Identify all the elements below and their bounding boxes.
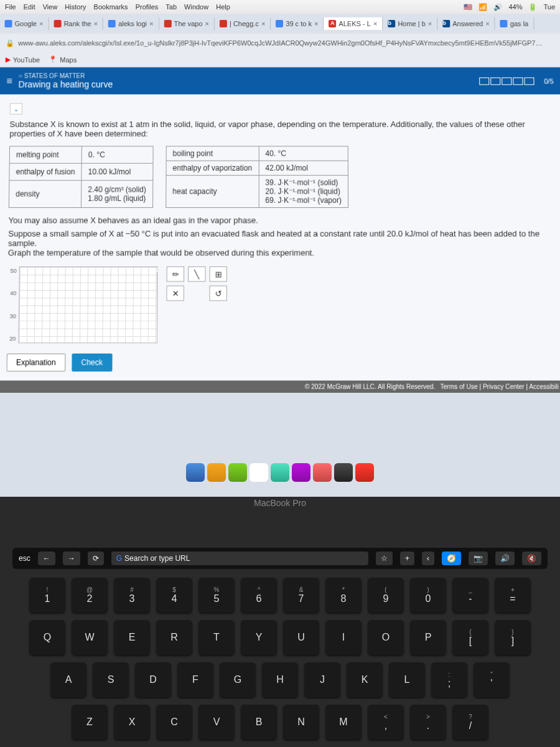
key[interactable]: U (283, 620, 319, 655)
key[interactable]: Z (72, 705, 108, 740)
chevron-down-icon[interactable]: ⌄ (10, 103, 22, 115)
search-bar[interactable]: G Search or type URL (111, 552, 368, 565)
key[interactable]: *8 (325, 578, 362, 613)
compass-icon[interactable]: 🧭 (442, 552, 461, 565)
menu-file[interactable]: File (5, 3, 16, 11)
key[interactable]: N (283, 705, 319, 740)
check-button[interactable]: Check (72, 354, 112, 372)
menu-bookmarks[interactable]: Bookmarks (93, 3, 128, 11)
back-icon[interactable]: ← (38, 552, 55, 565)
privacy-link[interactable]: Privacy Center (483, 383, 525, 390)
screenshot-icon[interactable]: 📷 (469, 552, 488, 565)
key[interactable]: }] (495, 620, 531, 655)
terms-link[interactable]: Terms of Use (441, 383, 478, 390)
graph-canvas[interactable] (18, 266, 157, 343)
key[interactable]: R (156, 620, 192, 655)
forward-icon[interactable]: → (63, 552, 80, 565)
key[interactable]: I (325, 620, 362, 655)
dock-app-icon[interactable] (292, 463, 310, 482)
menu-window[interactable]: Window (184, 3, 208, 11)
tab-answered[interactable]: bAnswered× (437, 17, 495, 30)
star-icon[interactable]: ☆ (376, 552, 393, 565)
dock-app-icon[interactable] (334, 463, 353, 482)
key[interactable]: )0 (410, 578, 446, 613)
tab-39ctok[interactable]: 39 c to k× (271, 17, 324, 30)
esc-key[interactable]: esc (19, 554, 30, 563)
key[interactable]: $4 (156, 578, 192, 613)
key[interactable]: >. (410, 705, 446, 740)
new-tab-icon[interactable]: + (400, 552, 414, 565)
key[interactable]: S (93, 662, 129, 697)
dock-app-icon[interactable] (228, 463, 247, 482)
key[interactable]: Q (29, 620, 65, 655)
close-icon[interactable]: × (314, 20, 318, 27)
key[interactable]: _- (452, 578, 488, 613)
tab-aleks-login[interactable]: aleks logi× (103, 17, 159, 30)
key[interactable]: "' (474, 662, 510, 697)
tab-google[interactable]: Google× (0, 17, 49, 30)
line-tool-icon[interactable]: ╲ (188, 266, 205, 282)
key[interactable]: {[ (452, 620, 488, 655)
close-icon[interactable]: × (39, 20, 44, 27)
menu-edit[interactable]: Edit (24, 3, 35, 11)
key[interactable]: H (262, 662, 298, 697)
key[interactable]: V (198, 705, 235, 740)
key[interactable]: += (495, 578, 531, 613)
close-icon[interactable]: × (428, 20, 432, 27)
chevron-left-icon[interactable]: ‹ (422, 552, 434, 565)
key[interactable]: J (304, 662, 340, 697)
key[interactable]: O (368, 620, 404, 655)
menu-profiles[interactable]: Profiles (136, 3, 159, 11)
key[interactable]: ?/ (452, 705, 488, 740)
bookmark-youtube[interactable]: ▶YouTube (6, 55, 40, 63)
dock-app-icon[interactable] (207, 463, 226, 482)
url-bar[interactable]: 🔒 www-awu.aleks.com/alekscgi/x/Isl.exe/1… (0, 34, 560, 52)
mute-icon[interactable]: 🔇 (522, 552, 541, 565)
clear-icon[interactable]: ✕ (166, 286, 184, 301)
menu-tab[interactable]: Tab (166, 3, 177, 11)
refresh-icon[interactable]: ⟳ (88, 552, 104, 565)
key[interactable]: L (389, 662, 425, 697)
close-icon[interactable]: × (149, 20, 154, 27)
dock-app-icon[interactable] (186, 463, 205, 482)
tab-rank[interactable]: Rank the× (49, 17, 103, 30)
close-icon[interactable]: × (373, 20, 377, 27)
key[interactable]: ^6 (241, 578, 277, 613)
tab-chegg[interactable]: | Chegg.c× (215, 17, 271, 30)
key[interactable]: Y (241, 620, 277, 655)
tab-gas[interactable]: gas la (495, 17, 534, 30)
key[interactable]: %5 (198, 578, 235, 613)
tab-aleks-active[interactable]: AALEKS - L× (324, 17, 383, 30)
key[interactable]: &7 (283, 578, 319, 613)
dock-app-icon[interactable] (271, 463, 289, 482)
key[interactable]: M (325, 705, 362, 740)
key[interactable]: X (114, 705, 150, 740)
key[interactable]: #3 (114, 578, 150, 613)
draw-tool-icon[interactable]: ✏ (167, 266, 184, 282)
key[interactable]: B (241, 705, 277, 740)
key[interactable]: G (220, 662, 256, 697)
key[interactable]: K (347, 662, 383, 697)
close-icon[interactable]: × (205, 20, 208, 27)
menu-help[interactable]: Help (216, 3, 230, 11)
close-icon[interactable]: × (485, 20, 490, 27)
accessibility-link[interactable]: Accessibili (529, 383, 559, 390)
key[interactable]: W (72, 620, 108, 655)
tab-home-b[interactable]: bHome | b× (383, 17, 437, 30)
tab-vapor[interactable]: The vapo× (159, 17, 214, 30)
close-icon[interactable]: × (261, 20, 265, 27)
grid-tool-icon[interactable]: ⊞ (210, 266, 227, 282)
key[interactable]: <, (368, 705, 404, 740)
key[interactable]: D (135, 662, 171, 697)
volume-icon[interactable]: 🔊 (493, 2, 502, 11)
undo-icon[interactable]: ↺ (209, 286, 226, 301)
close-icon[interactable]: × (94, 20, 98, 27)
key[interactable]: @2 (72, 578, 108, 613)
key[interactable]: E (114, 620, 150, 655)
key[interactable]: T (198, 620, 235, 655)
dock-app-icon[interactable] (313, 463, 332, 482)
key[interactable]: (9 (368, 578, 404, 613)
key[interactable]: P (410, 620, 446, 655)
bookmark-maps[interactable]: 📍Maps (49, 55, 77, 63)
menu-history[interactable]: History (65, 3, 86, 11)
